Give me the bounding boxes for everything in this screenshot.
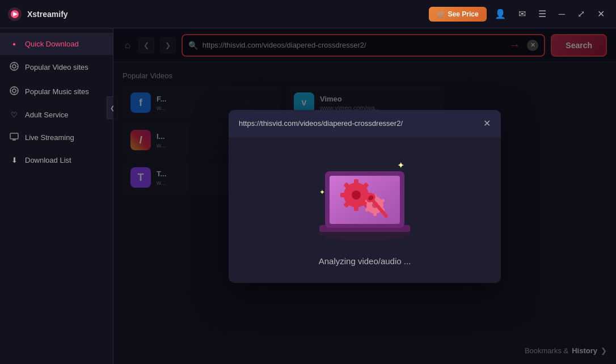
titlebar: Xstreamify 🛒 See Price 👤 ✉ ☰ ─ ⤢ ✕	[0, 0, 616, 28]
live-streaming-icon	[9, 133, 19, 142]
sidebar-item-adult-service[interactable]: ♡ Adult Service	[0, 104, 113, 126]
sparkle-icon-2: ✦	[319, 188, 325, 196]
minimize-button[interactable]: ─	[554, 7, 569, 22]
titlebar-right: 🛒 See Price 👤 ✉ ☰ ─ ⤢ ✕	[429, 6, 609, 22]
sidebar-item-label: Popular Music sites	[25, 87, 89, 96]
laptop-svg	[308, 154, 421, 242]
analyzing-modal: https://thisvid.com/videos/diapered-cros…	[229, 110, 501, 283]
svg-point-10	[12, 89, 16, 92]
quick-download-icon: ●	[9, 41, 19, 47]
svg-point-4	[12, 65, 16, 68]
sidebar-item-live-streaming[interactable]: Live Streaming	[0, 126, 113, 149]
modal-header: https://thisvid.com/videos/diapered-cros…	[229, 110, 501, 137]
popular-video-icon	[9, 62, 19, 73]
see-price-button[interactable]: 🛒 See Price	[429, 7, 487, 22]
app-title: Xstreamify	[27, 10, 68, 19]
mail-button[interactable]: ✉	[514, 6, 530, 22]
svg-rect-15	[10, 133, 18, 139]
app-logo	[7, 6, 23, 22]
sidebar-item-label: Live Streaming	[25, 133, 74, 142]
sidebar-item-label: Adult Service	[25, 111, 69, 119]
modal-body: ✦ ✦	[229, 137, 501, 283]
analyzing-text: Analyzing video/audio ...	[319, 256, 411, 266]
sidebar-item-download-list[interactable]: ⬇ Download List	[0, 149, 113, 171]
modal-overlay: https://thisvid.com/videos/diapered-cros…	[113, 28, 616, 364]
popular-music-icon	[9, 86, 19, 97]
svg-rect-27	[354, 179, 358, 186]
svg-point-3	[10, 62, 18, 70]
menu-button[interactable]: ☰	[534, 6, 551, 22]
profile-button[interactable]: 👤	[490, 6, 510, 22]
sparkle-icon: ✦	[397, 160, 404, 171]
sidebar-item-label: Download List	[25, 156, 71, 164]
content-area: ⌂ ❮ ❯ 🔍 → ✕ Search Popular Videos f	[113, 28, 616, 364]
sidebar: ❮ ● Quick Download Popular Video sites	[0, 28, 113, 364]
sidebar-item-label: Popular Video sites	[25, 63, 88, 71]
svg-point-9	[10, 87, 18, 95]
svg-rect-33	[340, 193, 347, 197]
restore-button[interactable]: ⤢	[573, 6, 589, 22]
sidebar-item-label: Quick Download	[25, 40, 79, 48]
sidebar-item-popular-video[interactable]: Popular Video sites	[0, 55, 113, 79]
close-button[interactable]: ✕	[593, 6, 609, 22]
svg-point-26	[352, 191, 361, 200]
adult-service-icon: ♡	[9, 111, 19, 119]
svg-rect-31	[354, 204, 358, 211]
titlebar-left: Xstreamify	[7, 6, 68, 22]
modal-close-button[interactable]: ✕	[483, 118, 491, 129]
modal-title: https://thisvid.com/videos/diapered-cros…	[239, 119, 403, 128]
cart-icon: 🛒	[437, 10, 445, 18]
svg-rect-40	[373, 211, 377, 216]
main-layout: ❮ ● Quick Download Popular Video sites	[0, 28, 616, 364]
modal-illustration: ✦ ✦	[308, 154, 421, 245]
sidebar-item-quick-download[interactable]: ● Quick Download	[0, 33, 113, 55]
download-list-icon: ⬇	[9, 156, 19, 164]
sidebar-item-popular-music[interactable]: Popular Music sites	[0, 79, 113, 104]
